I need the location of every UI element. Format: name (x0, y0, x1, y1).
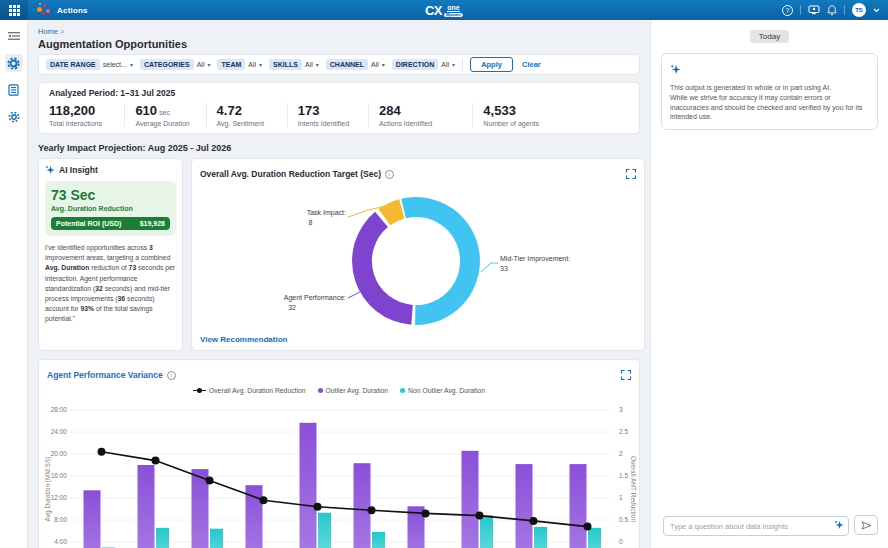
legend-label: Outlier Avg. Duration (326, 387, 389, 394)
info-icon[interactable]: i (167, 371, 176, 380)
filter-label: CATEGORIES (140, 59, 194, 70)
waffle-grid-icon (9, 5, 20, 16)
info-icon[interactable]: i (385, 170, 394, 179)
product-brand[interactable]: Actions (36, 3, 88, 17)
legend-non-outlier-avg-duration[interactable]: Non Outlier Avg. Duration (400, 387, 485, 394)
bar-outlier-avg-duration-10[interactable] (570, 464, 587, 548)
send-icon (861, 521, 872, 530)
filter-label: CHANNEL (326, 59, 368, 70)
donut-slice-agent-performance[interactable] (352, 212, 413, 325)
chat-input[interactable] (663, 516, 849, 536)
filter-direction[interactable]: DIRECTIONAll▾ (392, 59, 455, 70)
bar-outlier-avg-duration-5[interactable] (300, 423, 317, 548)
bar-outlier-avg-duration-8[interactable] (462, 451, 479, 548)
filter-skills[interactable]: SKILLSAll▾ (269, 59, 319, 70)
top-bar-separator (844, 5, 845, 15)
sidebar-item-reports[interactable] (5, 81, 23, 99)
clear-button[interactable]: Clear (522, 60, 541, 69)
line-point-4[interactable] (260, 496, 268, 504)
line-point-5[interactable] (314, 503, 322, 511)
bar-non-outlier-avg-duration-2[interactable] (156, 528, 169, 548)
send-button[interactable] (854, 515, 878, 535)
chart-legend: Overall Avg. Duration ReductionOutlier A… (43, 387, 635, 394)
duration-reduction-label: Avg. Duration Reduction (51, 205, 170, 212)
stat-intents-identified: 173Intents Identified (287, 103, 368, 127)
expand-icon[interactable] (626, 165, 636, 183)
breadcrumb-home-link[interactable]: Home (38, 27, 58, 36)
bar-non-outlier-avg-duration-5[interactable] (318, 513, 331, 548)
filter-team[interactable]: TEAMAll▾ (217, 59, 262, 70)
chevron-down-icon[interactable] (873, 8, 880, 13)
help-icon[interactable]: ? (782, 5, 793, 16)
legend-outlier-avg-duration[interactable]: Outlier Avg. Duration (318, 387, 389, 394)
notifications-bell-icon[interactable] (827, 5, 837, 16)
bar-outlier-avg-duration-9[interactable] (516, 464, 533, 548)
apply-button[interactable]: Apply (470, 57, 513, 72)
donut-label: Task Impact: (307, 209, 346, 217)
sidebar-item-automation[interactable] (5, 54, 23, 72)
line-point-10[interactable] (584, 523, 592, 531)
ai-disclaimer-card: This output is generated in whole or in … (661, 53, 878, 130)
y-axis-tick-right: 0.5 (619, 516, 628, 523)
donut-value: 33 (500, 265, 508, 272)
chevron-down-icon: ▾ (382, 61, 385, 68)
filter-value: All (441, 61, 449, 68)
expand-icon[interactable] (621, 366, 631, 384)
legend-overall-avg-duration-reduction[interactable]: Overall Avg. Duration Reduction (193, 387, 306, 394)
stat-label: Number of agents (483, 120, 619, 127)
bar-outlier-avg-duration-2[interactable] (138, 465, 155, 548)
filter-date-range[interactable]: DATE RANGEselect...▾ (46, 59, 133, 70)
legend-dot (318, 388, 323, 393)
filter-value: All (371, 61, 379, 68)
filter-categories[interactable]: CATEGORIESAll▾ (140, 59, 211, 70)
bar-non-outlier-avg-duration-6[interactable] (372, 532, 385, 548)
user-avatar[interactable]: TS (852, 3, 866, 17)
filter-channel[interactable]: CHANNELAll▾ (326, 59, 385, 70)
y-axis-tick-right: 1 (619, 494, 623, 501)
stat-unit: sec (157, 109, 170, 116)
stat-label: Intents Identified (298, 120, 358, 127)
bar-non-outlier-avg-duration-10[interactable] (588, 528, 601, 548)
screen-share-icon[interactable] (808, 5, 820, 15)
app-launcher-icon[interactable] (0, 0, 28, 20)
filter-value: All (197, 61, 205, 68)
donut-slice-mid-tier-improvement[interactable] (401, 197, 480, 325)
stat-value: 4.72 (217, 103, 277, 118)
y-axis-tick-right: 1.5 (619, 472, 628, 479)
bar-outlier-avg-duration-6[interactable] (354, 463, 371, 548)
roi-label: Potential ROI (USD) (56, 220, 121, 227)
bar-outlier-avg-duration-1[interactable] (84, 490, 101, 548)
donut-label: Agent Performance: (284, 294, 346, 302)
variance-chart: 28:00324:002.520:00216:001.512:0018:000.… (43, 394, 637, 548)
stat-value: 118,200 (49, 103, 114, 118)
duration-reduction-value: 73 Sec (51, 187, 170, 203)
legend-line-marker (193, 388, 206, 393)
line-point-6[interactable] (368, 506, 376, 514)
line-point-9[interactable] (530, 517, 538, 525)
y-axis-label-right: Overall AHT Reduction (630, 456, 637, 522)
line-point-1[interactable] (98, 448, 106, 456)
chat-input-row (663, 515, 878, 537)
bar-non-outlier-avg-duration-3[interactable] (210, 529, 223, 548)
donut-value: 8 (309, 219, 313, 226)
cxone-logo-badge: Mpower (444, 13, 463, 17)
line-point-7[interactable] (422, 509, 430, 517)
line-point-3[interactable] (206, 476, 214, 484)
product-name: Actions (57, 6, 88, 15)
view-recommendation-link[interactable]: View Recommendation (200, 335, 287, 344)
line-point-8[interactable] (476, 512, 484, 520)
ai-assistant-panel: Today This output is generated in whole … (650, 20, 888, 548)
stat-number-of-agents: 4,533Number of agents (472, 103, 629, 127)
stat-value: 4,533 (483, 103, 619, 118)
filter-label: DIRECTION (392, 59, 439, 70)
bar-non-outlier-avg-duration-9[interactable] (534, 527, 547, 548)
bar-non-outlier-avg-duration-8[interactable] (480, 515, 493, 548)
collapse-menu-icon[interactable] (5, 27, 23, 45)
ai-sparkle-icon (670, 64, 681, 75)
sidebar-item-settings-gear-icon[interactable] (5, 108, 23, 126)
line-point-2[interactable] (152, 457, 160, 465)
cxone-logo-one: one (447, 4, 459, 12)
ai-insight-title: AI Insight (59, 165, 98, 175)
donut-callout-line (348, 206, 386, 217)
y-axis-tick-right: 0 (619, 538, 623, 545)
